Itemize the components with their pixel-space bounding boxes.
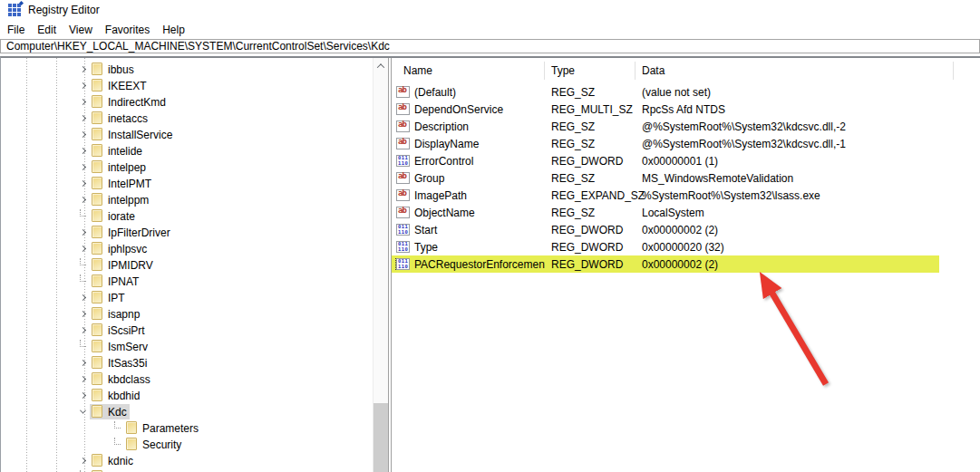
expand-chevron-icon[interactable]	[75, 192, 90, 207]
scrollbar-up-arrow[interactable]	[374, 58, 388, 73]
tree-item[interactable]: IsmServ	[1, 338, 373, 354]
registry-value-row[interactable]: Group REG_SZ MS_WindowsRemoteValidation	[392, 169, 980, 187]
expand-chevron-icon[interactable]	[75, 78, 90, 92]
tree-item[interactable]: IntelPMT	[1, 175, 373, 191]
tree-item-body[interactable]: iorate	[90, 208, 138, 224]
tree-item[interactable]: kbdhid	[1, 387, 373, 403]
menu-item[interactable]: Help	[156, 21, 191, 39]
tree-item[interactable]: intelppm	[1, 191, 373, 207]
expand-chevron-icon[interactable]	[75, 274, 90, 288]
expand-chevron-icon[interactable]	[75, 257, 90, 272]
registry-value-row[interactable]: (Default) REG_SZ (value not set)	[392, 83, 980, 101]
tree-item-body[interactable]: ibbus	[90, 62, 137, 77]
column-header-name[interactable]: Name	[392, 62, 545, 80]
tree-item-body[interactable]: IpFilterDriver	[90, 225, 173, 240]
expand-chevron-icon[interactable]	[75, 323, 90, 337]
tree-item[interactable]: IPNAT	[1, 273, 373, 289]
tree-item-body[interactable]: Security	[124, 437, 184, 452]
scrollbar-thumb[interactable]	[374, 403, 388, 472]
column-header-type[interactable]: Type	[545, 62, 636, 80]
expand-chevron-icon[interactable]	[75, 127, 90, 141]
registry-value-row[interactable]: ErrorControl REG_DWORD 0x00000001 (1)	[392, 152, 980, 169]
expand-chevron-icon[interactable]	[75, 159, 90, 174]
menu-item[interactable]: View	[63, 21, 99, 39]
expand-chevron-icon[interactable]	[75, 143, 90, 158]
registry-value-row[interactable]: ImagePath REG_EXPAND_SZ %SystemRoot%\Sys…	[392, 187, 980, 204]
menu-item[interactable]: File	[1, 21, 31, 39]
registry-value-row[interactable]: Description REG_SZ @%SystemRoot%\System3…	[392, 118, 980, 135]
expand-chevron-icon[interactable]	[75, 290, 90, 304]
expand-chevron-icon[interactable]	[110, 420, 124, 435]
expand-chevron-icon[interactable]	[75, 176, 90, 190]
tree-item-body[interactable]: Parameters	[124, 420, 201, 436]
tree-item-body[interactable]: ItSas35i	[90, 355, 150, 371]
tree-item-body[interactable]: IntelPMT	[90, 176, 154, 191]
tree-item-body[interactable]: IsmServ	[90, 339, 150, 354]
tree-item-body[interactable]: IPNAT	[90, 274, 141, 289]
tree-item[interactable]: IKEEXT	[1, 77, 373, 93]
tree-item[interactable]: iorate	[1, 207, 373, 224]
registry-value-row[interactable]: Start REG_DWORD 0x00000002 (2)	[392, 221, 980, 238]
tree-item-body[interactable]: intelide	[90, 143, 145, 159]
expand-chevron-icon[interactable]	[75, 208, 90, 223]
column-header-data[interactable]: Data	[636, 62, 954, 80]
expand-chevron-icon[interactable]	[75, 339, 90, 353]
expand-chevron-icon[interactable]	[75, 404, 90, 419]
expand-chevron-icon[interactable]	[75, 371, 90, 386]
expand-chevron-icon[interactable]	[75, 388, 90, 402]
tree-item-body[interactable]: kbdclass	[90, 371, 153, 387]
tree-item[interactable]: IPT	[1, 289, 373, 305]
tree-item[interactable]: IPMIDRV	[1, 256, 373, 273]
tree-item-body[interactable]: intelpep	[90, 159, 149, 175]
tree-item-body[interactable]: isapnp	[90, 306, 142, 322]
tree-item[interactable]: kbdclass	[1, 371, 373, 387]
tree-item[interactable]: IndirectKmd	[1, 93, 373, 110]
menu-item[interactable]: Favorites	[99, 21, 156, 39]
tree-item[interactable]: Kdc	[1, 403, 373, 419]
tree-item[interactable]: IpFilterDriver	[1, 224, 373, 240]
address-bar[interactable]: Computer\HKEY_LOCAL_MACHINE\SYSTEM\Curre…	[0, 39, 980, 53]
expand-chevron-icon[interactable]	[75, 94, 90, 109]
expand-chevron-icon[interactable]	[75, 225, 90, 239]
registry-value-row[interactable]: PACRequestorEnforcement REG_DWORD 0x0000…	[392, 255, 980, 273]
tree-item-body[interactable]: intelppm	[90, 192, 151, 207]
tree-item-body[interactable]: IndirectKmd	[90, 94, 169, 110]
tree-item-body[interactable]: Kdc	[90, 404, 130, 419]
expand-chevron-icon[interactable]	[75, 62, 90, 76]
tree-item[interactable]: intelpep	[1, 159, 373, 175]
tree-item-body[interactable]: inetaccs	[90, 111, 150, 126]
registry-value-row[interactable]: DisplayName REG_SZ @%SystemRoot%\System3…	[392, 135, 980, 152]
registry-value-row[interactable]: Type REG_DWORD 0x00000020 (32)	[392, 238, 980, 255]
tree-item[interactable]: ItSas35i	[1, 354, 373, 371]
tree-item[interactable]: iScsiPrt	[1, 322, 373, 338]
tree-item-body[interactable]: InstallService	[90, 127, 175, 142]
tree-vertical-scrollbar[interactable]	[373, 58, 388, 472]
tree-item-body[interactable]: IPT	[90, 290, 128, 305]
tree-item[interactable]	[1, 468, 373, 472]
tree-item-body[interactable]: kbdhid	[90, 388, 142, 403]
tree-item[interactable]: iphlpsvc	[1, 240, 373, 256]
expand-chevron-icon[interactable]	[75, 241, 90, 255]
tree-item[interactable]: intelide	[1, 142, 373, 159]
tree-item-body[interactable]: iScsiPrt	[90, 323, 148, 338]
expand-chevron-icon[interactable]	[75, 355, 90, 370]
tree-item[interactable]: Security	[1, 436, 373, 452]
expand-chevron-icon[interactable]	[110, 437, 124, 451]
menu-item[interactable]: Edit	[31, 21, 63, 39]
expand-chevron-icon[interactable]	[75, 453, 90, 467]
expand-chevron-icon[interactable]	[75, 306, 90, 321]
tree-item[interactable]: isapnp	[1, 305, 373, 322]
registry-value-row[interactable]: DependOnService REG_MULTI_SZ RpcSs Afd N…	[392, 101, 980, 118]
registry-value-row[interactable]: ObjectName REG_SZ LocalSystem	[392, 204, 980, 221]
tree-item[interactable]: kdnic	[1, 452, 373, 468]
tree-item-body[interactable]: kdnic	[90, 453, 136, 468]
expand-chevron-icon[interactable]	[75, 111, 90, 125]
tree-item[interactable]: ibbus	[1, 61, 373, 77]
tree-item-body[interactable]: IPMIDRV	[90, 257, 156, 273]
tree-item[interactable]: Parameters	[1, 419, 373, 436]
tree-item[interactable]: InstallService	[1, 126, 373, 142]
tree-item-body[interactable]: IKEEXT	[90, 78, 150, 93]
value-data: 0x00000020 (32)	[636, 241, 954, 254]
tree-item[interactable]: inetaccs	[1, 110, 373, 126]
tree-item-body[interactable]: iphlpsvc	[90, 241, 150, 256]
